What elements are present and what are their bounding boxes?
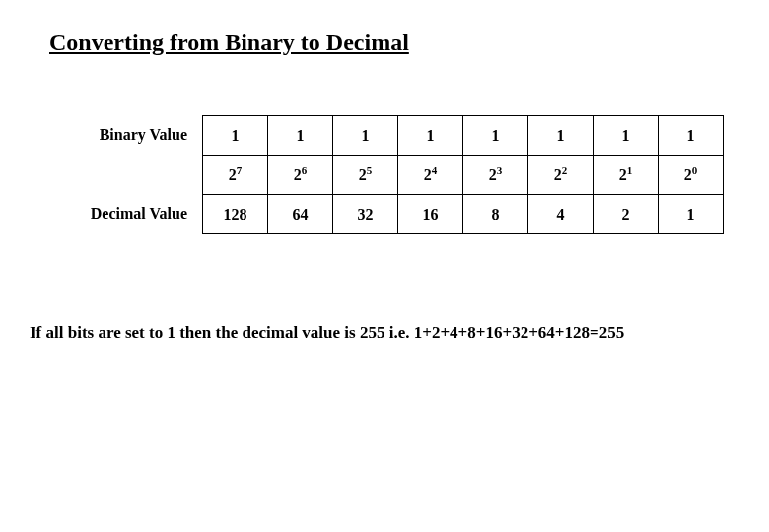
power-cell: 24 [398,156,463,195]
row-labels: Binary Value Decimal Value [69,115,202,234]
binary-row-label: Binary Value [69,115,202,155]
binary-cell: 1 [398,116,463,156]
decimal-cell: 64 [268,195,333,234]
power-cell: 26 [268,156,333,195]
table-row: 128 64 32 16 8 4 2 1 [203,195,724,234]
decimal-cell: 4 [528,195,594,234]
explanation-note: If all bits are set to 1 then the decima… [30,323,730,343]
power-cell: 23 [463,156,528,195]
power-cell: 25 [333,156,398,195]
table-row: 1 1 1 1 1 1 1 1 [203,116,724,156]
conversion-table: 1 1 1 1 1 1 1 1 27 26 25 24 23 22 21 20 … [202,115,724,234]
binary-cell: 1 [203,116,268,156]
decimal-cell: 32 [333,195,398,234]
decimal-cell: 16 [398,195,463,234]
conversion-table-wrapper: Binary Value Decimal Value 1 1 1 1 1 1 1… [69,115,730,234]
table-row: 27 26 25 24 23 22 21 20 [203,156,724,195]
decimal-cell: 8 [463,195,528,234]
binary-cell: 1 [333,116,398,156]
power-cell: 27 [203,156,268,195]
decimal-cell: 1 [659,195,724,234]
decimal-cell: 128 [203,195,268,234]
power-cell: 21 [594,156,659,195]
binary-cell: 1 [528,116,594,156]
binary-cell: 1 [594,116,659,156]
binary-cell: 1 [268,116,333,156]
power-row-label [69,155,202,194]
decimal-cell: 2 [594,195,659,234]
page-title: Converting from Binary to Decimal [49,30,730,56]
binary-cell: 1 [463,116,528,156]
decimal-row-label: Decimal Value [69,194,202,233]
power-cell: 22 [528,156,594,195]
binary-cell: 1 [659,116,724,156]
power-cell: 20 [659,156,724,195]
